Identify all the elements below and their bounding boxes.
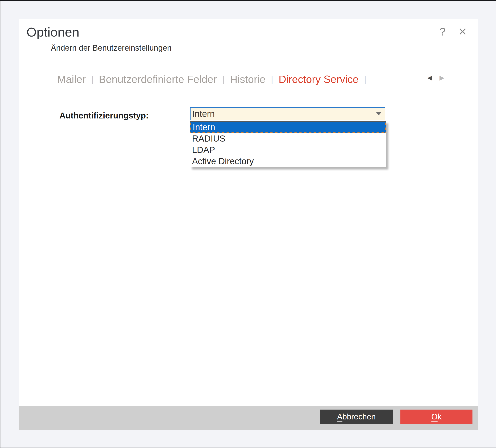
dropdown-option-intern[interactable]: Intern (190, 122, 386, 133)
tab-directory-service[interactable]: Directory Service (279, 73, 359, 85)
dropdown-option-active-directory[interactable]: Active Directory (190, 156, 386, 167)
tab-bar: Mailer | Benutzerdefinierte Felder | His… (57, 73, 372, 85)
dropdown-option-ldap[interactable]: LDAP (190, 144, 386, 156)
tab-scroll-right-icon[interactable]: ▶ (439, 75, 444, 81)
tab-scroll-left-icon[interactable]: ◀ (427, 75, 432, 81)
chevron-down-icon (376, 112, 381, 115)
ok-button-label: Ok (431, 412, 442, 421)
screen: Optionen Ändern der Benutzereinstellunge… (0, 0, 496, 448)
tab-historie[interactable]: Historie (230, 73, 265, 85)
tab-benutzerdefinierte-felder[interactable]: Benutzerdefinierte Felder (99, 73, 217, 85)
tab-separator: | (364, 75, 366, 84)
tab-mailer[interactable]: Mailer (57, 73, 86, 85)
tab-separator: | (91, 75, 93, 84)
dialog-footer: Abbrechen Ok (19, 406, 478, 430)
dialog-title: Optionen (27, 25, 79, 40)
ok-button[interactable]: Ok (400, 410, 472, 424)
options-dialog: Optionen Ändern der Benutzereinstellunge… (19, 19, 478, 430)
tab-separator: | (222, 75, 224, 84)
cancel-button[interactable]: Abbrechen (320, 410, 393, 424)
dropdown-option-radius[interactable]: RADIUS (190, 133, 386, 144)
tab-separator: | (271, 75, 273, 84)
auth-type-combobox[interactable]: Intern (190, 107, 385, 120)
help-icon[interactable]: ? (439, 26, 446, 37)
auth-type-dropdown-list: Intern RADIUS LDAP Active Directory (190, 121, 386, 167)
dialog-subtitle: Ändern der Benutzereinstellungen (51, 44, 172, 52)
combobox-value: Intern (190, 109, 376, 119)
close-icon[interactable]: ✕ (458, 26, 467, 37)
cancel-button-label: Abbrechen (337, 412, 376, 421)
auth-type-label: Authentifizierungstyp: (60, 111, 149, 120)
